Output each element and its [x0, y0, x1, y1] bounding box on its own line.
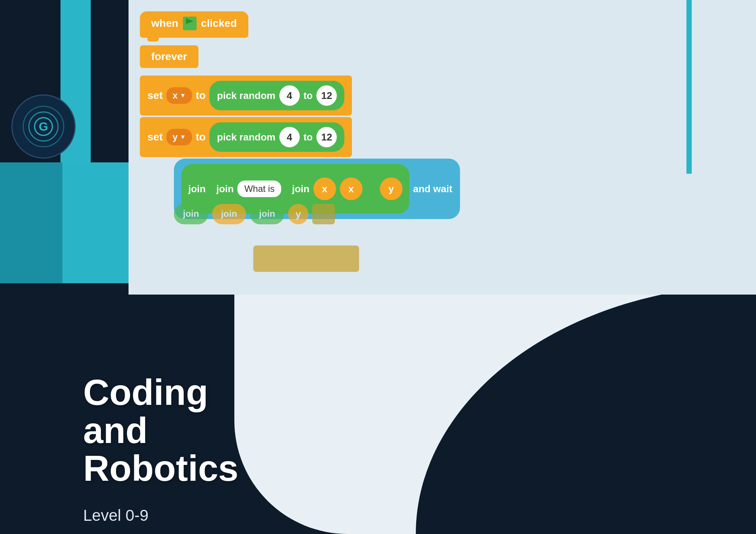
and-wait-text: and wait: [413, 183, 452, 195]
what-is-text: What is: [244, 184, 274, 194]
extra-tan-block: [312, 204, 335, 224]
pick-random-label-2: pick random: [217, 131, 276, 143]
x2-orange-circle: x: [340, 177, 363, 200]
num-circle-4-2: 4: [279, 127, 300, 147]
logo-g-letter: G: [39, 120, 48, 134]
x-orange-circle: x: [313, 177, 336, 200]
scratch-row-4: set y ▼ to pick random 4 to 12: [140, 117, 352, 157]
to-label-inner-2: to: [304, 131, 313, 143]
num-circle-12-1: 12: [316, 85, 337, 106]
scratch-row-6-partial: join join join y: [174, 204, 335, 224]
y-variable-pill: y ▼: [166, 129, 192, 145]
when-clicked-block: when clicked: [140, 11, 248, 38]
scratch-area: when clicked forever set x ▼ to pick ran…: [129, 0, 756, 295]
x-variable-pill: x ▼: [166, 87, 192, 104]
extra-join-block: join: [174, 204, 208, 224]
text-content-area: Coding and Robotics Level 0-9: [0, 364, 257, 534]
set-label-1: set: [147, 90, 163, 102]
pick-random-label-1: pick random: [217, 90, 276, 102]
to-label-1: to: [196, 90, 206, 102]
scratch-row-2: forever: [140, 45, 198, 68]
extra-circle-y: y: [288, 204, 308, 224]
num-circle-12-2: 12: [316, 127, 337, 147]
dropdown-arrow-y: ▼: [180, 134, 186, 140]
scratch-row-1: when clicked: [140, 11, 248, 38]
forever-label: forever: [151, 51, 187, 62]
pick-random-block-2: pick random 4 to 12: [209, 122, 344, 152]
accent-line-right: [686, 0, 692, 174]
extra-orange-block: join: [212, 204, 246, 224]
y-var-label: y: [172, 132, 177, 142]
set-x-block: set x ▼ to pick random 4 to 12: [140, 76, 352, 116]
when-label: when: [151, 17, 178, 29]
join-label-3: join: [292, 183, 309, 195]
set-label-2: set: [147, 131, 163, 143]
extra-bottom-block: [253, 245, 359, 272]
teal-dark-accent: [0, 162, 62, 283]
scratch-row-3: set x ▼ to pick random 4 to 12: [140, 76, 352, 116]
forever-block: forever: [140, 45, 198, 68]
num-circle-4-1: 4: [279, 85, 300, 106]
y-orange-circle: y: [380, 177, 403, 200]
page-title: Coding and Robotics: [83, 373, 234, 488]
y-circle-label: y: [388, 183, 393, 195]
join-label-1: join: [188, 183, 206, 195]
x-circle-label: x: [322, 183, 327, 195]
join-label-2: join: [216, 183, 234, 195]
what-is-pill: What is: [237, 181, 281, 197]
set-y-block: set y ▼ to pick random 4 to 12: [140, 117, 352, 157]
logo-inner: G: [21, 104, 66, 149]
to-label-2: to: [196, 131, 206, 143]
join-x-block: join x x: [285, 173, 369, 205]
to-label-inner-1: to: [304, 90, 313, 102]
flag-icon: [183, 17, 197, 30]
page-subtitle: Level 0-9: [83, 506, 234, 525]
dropdown-arrow-x: ▼: [180, 92, 186, 99]
logo-circle: G: [11, 94, 76, 159]
x-var-label: x: [172, 90, 177, 101]
clicked-label: clicked: [201, 17, 237, 29]
pick-random-block-1: pick random 4 to 12: [209, 81, 344, 110]
join-inner-block: join What is join x x: [209, 168, 376, 209]
extra-join-block-2: join: [250, 204, 284, 224]
x2-circle-label: x: [348, 183, 353, 195]
